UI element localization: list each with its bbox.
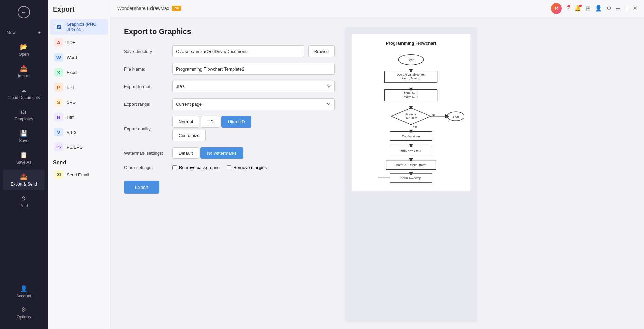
panel-item-word[interactable]: W Word xyxy=(50,50,108,64)
panel-item-html[interactable]: H Html xyxy=(50,110,108,124)
svg-text:Declare variables ftor,: Declare variables ftor, xyxy=(397,73,425,76)
options-icon: ⚙ xyxy=(21,306,26,313)
account-label: Account xyxy=(16,294,31,298)
minimize-icon[interactable]: ─ xyxy=(616,5,620,12)
settings-icon[interactable]: ⚙ xyxy=(607,5,611,12)
remove-background-checkbox[interactable] xyxy=(172,165,177,170)
app-title: Wondershare EdrawMax xyxy=(117,6,169,11)
help-notif-dot xyxy=(568,5,570,7)
open-icon: 📂 xyxy=(20,43,28,51)
panel-item-visio[interactable]: V Visio xyxy=(50,125,108,139)
topbar-title: Wondershare EdrawMax Pro xyxy=(117,6,181,11)
panel-item-ppt[interactable]: P PPT xyxy=(50,80,108,94)
sidebar-item-new[interactable]: New + xyxy=(3,26,45,38)
preview-inner: Programming Flowchart Start Declare vari… xyxy=(352,34,470,191)
other-settings-row: Other settings: Remove background Remove… xyxy=(124,165,335,170)
other-settings-label: Other settings: xyxy=(124,165,168,170)
quality-col: Normal HD Ultra HD Customize xyxy=(172,116,251,141)
help-icon[interactable]: ? xyxy=(567,5,570,12)
sidebar-item-open[interactable]: 📂 Open xyxy=(3,40,45,60)
remove-background-label: Remove background xyxy=(179,165,220,170)
watermark-nowatermarks-button[interactable]: No watermarks xyxy=(200,147,243,159)
graphics-label: Graphics (PNG, JPG et... xyxy=(67,22,103,32)
flowchart-bottom: fterm <== temp xyxy=(358,173,464,185)
bell-notif-dot xyxy=(579,5,582,7)
export-quality-row: Export quality: Normal HD Ultra HD Custo… xyxy=(124,116,335,141)
sidebar-item-saveas[interactable]: 📋 Save As xyxy=(3,148,45,168)
sidebar-item-options[interactable]: ⚙ Options xyxy=(3,303,45,323)
svg-text:Display storm: Display storm xyxy=(402,135,420,138)
account-icon: 👤 xyxy=(20,285,28,292)
back-button[interactable]: ← xyxy=(0,0,48,24)
panel-item-excel[interactable]: X Excel xyxy=(50,65,108,79)
export-button-row: Export xyxy=(124,176,335,194)
svg-text:No: No xyxy=(432,113,435,116)
sidebar-item-account[interactable]: 👤 Account xyxy=(3,282,45,302)
file-name-label: File Name: xyxy=(124,66,168,72)
customize-button[interactable]: Customize xyxy=(172,130,206,141)
import-icon: 📥 xyxy=(20,65,28,72)
print-icon: 🖨 xyxy=(21,195,27,202)
export-format-select[interactable]: JPG PNG BMP GIF SVG xyxy=(172,81,335,92)
remove-margins-checkbox[interactable] xyxy=(227,165,231,170)
watermark-label: Watermark settings: xyxy=(124,151,168,156)
pdf-icon: A xyxy=(54,38,63,47)
sidebar-item-cloud[interactable]: ☁ Cloud Documents xyxy=(3,83,45,103)
remove-background-item[interactable]: Remove background xyxy=(172,165,220,170)
panel-item-email[interactable]: ✉ Send Email xyxy=(50,168,108,182)
sidebar-nav: New + 📂 Open 📥 Import ☁ Cloud Documents … xyxy=(0,24,48,278)
saveas-icon: 📋 xyxy=(20,151,28,159)
templates-icon: 🗂 xyxy=(21,108,27,115)
browse-button[interactable]: Browse xyxy=(308,45,335,57)
svg-text:fterm <= 0,: fterm <= 0, xyxy=(404,91,418,95)
quality-ultrahd-button[interactable]: Ultra HD xyxy=(221,116,251,128)
remove-margins-item[interactable]: Remove margins xyxy=(227,165,267,170)
panel-item-pseps[interactable]: PS PS/EPS xyxy=(50,140,108,154)
sidebar-bottom: 👤 Account ⚙ Options xyxy=(0,278,48,329)
customize-row: Customize xyxy=(172,130,251,141)
back-circle-icon[interactable]: ← xyxy=(18,6,30,18)
panel-item-svg[interactable]: S SVG xyxy=(50,95,108,109)
sidebar-item-save[interactable]: 💾 Save xyxy=(3,126,45,147)
main-area: Wondershare EdrawMax Pro R ? 🔔 ⊞ 👤 ⚙ ─ □… xyxy=(110,0,644,329)
word-label: Word xyxy=(67,55,77,60)
open-label: Open xyxy=(19,52,29,57)
svg-text:storm<= -1: storm<= -1 xyxy=(404,95,418,99)
panel-item-graphics[interactable]: 🖼 Graphics (PNG, JPG et... xyxy=(50,19,108,35)
checkbox-group: Remove background Remove margins xyxy=(172,165,267,170)
export-icon: 📤 xyxy=(20,173,28,180)
notification-icon[interactable]: 🔔 xyxy=(574,5,581,12)
export-button[interactable]: Export xyxy=(124,181,159,194)
new-label: New xyxy=(7,30,16,35)
save-directory-input[interactable] xyxy=(172,45,304,57)
close-icon[interactable]: ✕ xyxy=(633,5,637,12)
maximize-icon[interactable]: □ xyxy=(625,5,628,12)
file-name-input[interactable] xyxy=(172,63,335,75)
new-plus-icon: + xyxy=(38,30,41,35)
user-avatar[interactable]: R xyxy=(551,3,562,14)
quality-hd-button[interactable]: HD xyxy=(201,116,220,128)
html-icon: H xyxy=(54,113,63,121)
watermark-default-button[interactable]: Default xyxy=(172,147,199,159)
profile-icon[interactable]: 👤 xyxy=(595,5,602,12)
templates-label: Templates xyxy=(15,117,33,121)
sidebar-item-templates[interactable]: 🗂 Templates xyxy=(3,105,45,125)
export-format-label: Export format: xyxy=(124,84,168,89)
grid-icon[interactable]: ⊞ xyxy=(586,5,590,12)
export-range-row: Export range: Current page All pages Sel… xyxy=(124,98,335,110)
html-label: Html xyxy=(67,115,76,120)
svg-label: SVG xyxy=(67,100,76,105)
quality-normal-button[interactable]: Normal xyxy=(172,116,199,128)
sidebar-item-import[interactable]: 📥 Import xyxy=(3,61,45,82)
sidebar-item-print[interactable]: 🖨 Print xyxy=(3,191,45,211)
email-label: Send Email xyxy=(67,172,89,177)
ppt-icon: P xyxy=(54,83,63,92)
excel-icon: X xyxy=(54,68,63,77)
export-panel: Export 🖼 Graphics (PNG, JPG et... A PDF … xyxy=(48,0,110,329)
pseps-label: PS/EPS xyxy=(67,144,83,150)
panel-item-pdf[interactable]: A PDF xyxy=(50,35,108,50)
save-label: Save xyxy=(19,138,28,143)
export-range-select[interactable]: Current page All pages Selected shapes xyxy=(172,98,335,110)
sidebar-item-export[interactable]: 📤 Export & Send xyxy=(3,170,45,190)
svg-text:<= 1000?: <= 1000? xyxy=(405,117,417,120)
